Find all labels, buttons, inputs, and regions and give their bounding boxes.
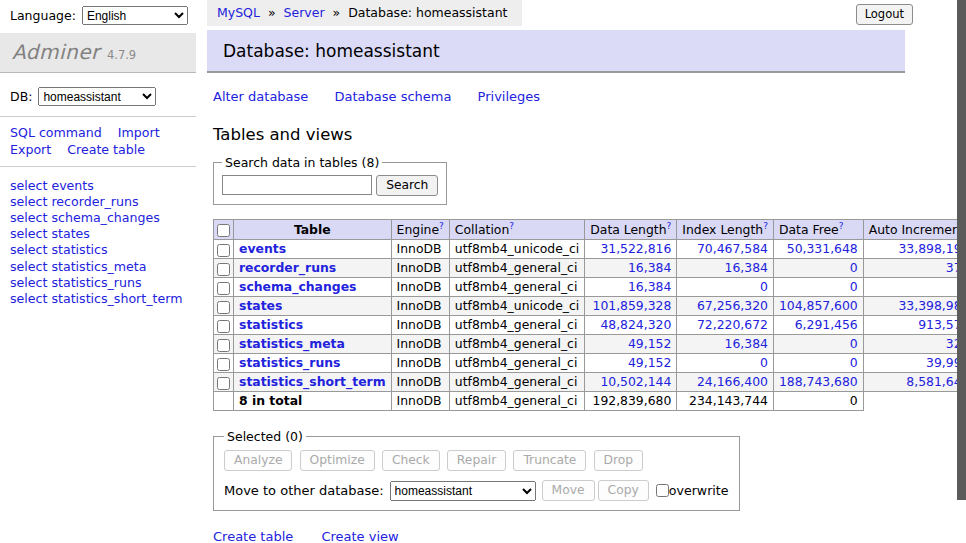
column-header-table: Table (234, 220, 392, 240)
row-checkbox[interactable] (217, 320, 230, 333)
total-collation-cell: utf8mb4_general_ci (449, 392, 584, 411)
language-select[interactable]: English (82, 6, 188, 25)
row-checkbox[interactable] (217, 377, 230, 390)
sidebar-link-sql-command[interactable]: SQL command (10, 125, 102, 140)
row-checkbox[interactable] (217, 244, 230, 257)
table-link-events[interactable]: events (239, 241, 286, 256)
truncate-button: Truncate (513, 450, 586, 471)
adminer-logo: Adminer (12, 40, 100, 64)
app-header: Adminer 4.7.9 (0, 33, 196, 73)
data-length-cell: 16,384 (585, 278, 677, 297)
select-all-checkbox[interactable] (217, 224, 230, 237)
row-checkbox[interactable] (217, 358, 230, 371)
help-icon[interactable]: ? (439, 221, 444, 231)
search-fieldset: Search data in tables (8) Search (213, 155, 447, 205)
repair-button: Repair (447, 450, 506, 471)
create-view-link[interactable]: Create view (321, 529, 398, 543)
data-free-cell: 0 (773, 335, 863, 354)
sidebar-link-create-table[interactable]: Create table (67, 142, 145, 157)
move-database-select[interactable]: homeassistant (390, 481, 536, 501)
move-button: Move (542, 480, 595, 501)
total-index-length-cell: 234,143,744 (677, 392, 774, 411)
help-icon[interactable]: ? (763, 221, 768, 231)
table-link-states[interactable]: states (239, 298, 282, 313)
db-select[interactable]: homeassistant (38, 87, 156, 106)
engine-cell: InnoDB (391, 335, 449, 354)
column-header-index-length: Index Length? (677, 220, 774, 240)
selected-buttons-row: Analyze Optimize Check Repair Truncate D… (224, 450, 729, 471)
index-length-cell: 67,256,320 (677, 297, 774, 316)
breadcrumb: MySQL » Server » Database: homeassistant (207, 0, 522, 26)
help-icon[interactable]: ? (667, 221, 672, 231)
search-button[interactable]: Search (376, 175, 438, 196)
sidebar-link-export[interactable]: Export (10, 142, 51, 157)
index-length-cell: 16,384 (677, 259, 774, 278)
database-schema-link[interactable]: Database schema (335, 89, 452, 104)
search-legend: Search data in tables (8) (222, 155, 382, 170)
sidebar-item-select-statistics[interactable]: select statistics (10, 242, 188, 258)
overwrite-checkbox[interactable] (656, 484, 669, 497)
index-length-cell: 0 (677, 278, 774, 297)
auto-increment-cell: 8,581,645 (863, 373, 966, 392)
logout-button[interactable]: Logout (856, 4, 913, 25)
analyze-button: Analyze (224, 450, 292, 471)
table-link-statistics-meta[interactable]: statistics_meta (239, 336, 345, 351)
tables-list: Table Engine? Collation? Data Length? In… (213, 219, 966, 411)
engine-cell: InnoDB (391, 373, 449, 392)
breadcrumb-separator: » (333, 5, 341, 20)
sidebar-item-select-events[interactable]: select events (10, 178, 188, 194)
table-link-schema-changes[interactable]: schema_changes (239, 279, 356, 294)
row-checkbox[interactable] (217, 282, 230, 295)
auto-increment-cell: 6 (863, 278, 966, 297)
row-checkbox[interactable] (217, 339, 230, 352)
sidebar-item-select-statistics-short-term[interactable]: select statistics_short_term (10, 291, 188, 307)
overwrite-label: overwrite (669, 483, 729, 498)
column-header-auto-increment: Auto Increment? (863, 220, 966, 240)
adminer-version: 4.7.9 (107, 48, 136, 62)
sidebar-item-select-schema-changes[interactable]: select schema_changes (10, 210, 188, 226)
data-free-cell: 0 (773, 259, 863, 278)
table-row: statistics_meta InnoDB utf8mb4_general_c… (214, 335, 966, 354)
help-icon[interactable]: ? (509, 221, 514, 231)
row-checkbox[interactable] (217, 263, 230, 276)
row-checkbox[interactable] (217, 301, 230, 314)
collation-cell: utf8mb4_general_ci (449, 259, 584, 278)
table-total-row: 8 in total InnoDB utf8mb4_general_ci 192… (214, 392, 966, 411)
sidebar-item-select-states[interactable]: select states (10, 226, 188, 242)
table-link-statistics-runs[interactable]: statistics_runs (239, 355, 340, 370)
breadcrumb-mysql-link[interactable]: MySQL (217, 5, 260, 20)
engine-cell: InnoDB (391, 278, 449, 297)
scrollbar-thumb[interactable] (957, 0, 966, 500)
data-length-cell: 49,152 (585, 335, 677, 354)
collation-cell: utf8mb4_unicode_ci (449, 240, 584, 259)
index-length-cell: 0 (677, 354, 774, 373)
auto-increment-cell: 33,398,984 (863, 297, 966, 316)
search-input[interactable] (222, 175, 372, 195)
sidebar-item-select-recorder-runs[interactable]: select recorder_runs (10, 194, 188, 210)
page-title: Database: homeassistant (207, 30, 905, 73)
collation-cell: utf8mb4_general_ci (449, 316, 584, 335)
drop-button: Drop (594, 450, 644, 471)
breadcrumb-server-link[interactable]: Server (284, 5, 325, 20)
table-link-recorder-runs[interactable]: recorder_runs (239, 260, 336, 275)
privileges-link[interactable]: Privileges (478, 89, 541, 104)
vertical-scrollbar[interactable] (957, 0, 966, 543)
table-row: events InnoDB utf8mb4_unicode_ci 31,522,… (214, 240, 966, 259)
alter-database-link[interactable]: Alter database (213, 89, 308, 104)
total-data-length-cell: 192,839,680 (585, 392, 677, 411)
help-icon[interactable]: ? (839, 221, 844, 231)
total-empty-cell (214, 392, 234, 411)
sidebar-item-select-statistics-runs[interactable]: select statistics_runs (10, 275, 188, 291)
sidebar-item-select-statistics-meta[interactable]: select statistics_meta (10, 259, 188, 275)
column-header-data-free: Data Free? (773, 220, 863, 240)
engine-cell: InnoDB (391, 354, 449, 373)
language-row: Language: English (0, 0, 196, 33)
sidebar-link-import[interactable]: Import (118, 125, 160, 140)
create-table-link[interactable]: Create table (213, 529, 293, 543)
table-link-statistics[interactable]: statistics (239, 317, 303, 332)
selected-legend: Selected (0) (224, 429, 306, 444)
auto-increment-cell: 33,898,196 (863, 240, 966, 259)
table-link-statistics-short-term[interactable]: statistics_short_term (239, 374, 386, 389)
data-free-cell: 188,743,680 (773, 373, 863, 392)
table-row: recorder_runs InnoDB utf8mb4_general_ci … (214, 259, 966, 278)
